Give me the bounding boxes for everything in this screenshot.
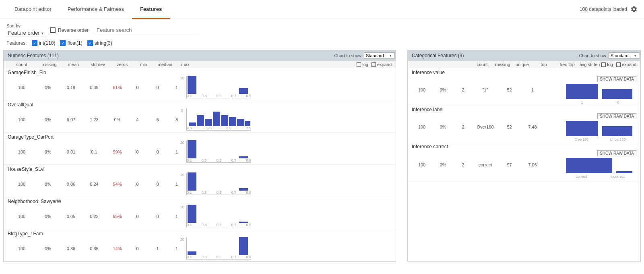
numeric-log-expand-row: count missing mean std dev zeros min med…	[4, 61, 396, 68]
categorical-section-header: Categorical Features (3) Chart to show S…	[408, 50, 640, 61]
cat-col-freqtop: freq top	[556, 62, 578, 67]
expand-checkbox-label[interactable]: expand	[372, 62, 392, 67]
inference-correct-stats: 100 0% 2 correct 97 7.06 SHOW RAW DATA	[412, 150, 636, 179]
svg-rect-23	[616, 171, 632, 173]
main-panels: Numeric Features (111) Chart to show Sta…	[0, 50, 644, 262]
filter-row: Features: ✓ int(110) ✓ float(1) ✓ string…	[0, 37, 644, 50]
numeric-chart-chevron-icon: ▾	[390, 54, 392, 58]
svg-rect-2	[189, 122, 196, 126]
filter-float[interactable]: ✓ float(1)	[60, 40, 82, 46]
feature-name-inference-label: Inference label	[412, 107, 636, 112]
tab-features[interactable]: Features	[132, 0, 170, 19]
log-checkbox-label[interactable]: log	[357, 62, 368, 67]
numeric-section-header: Numeric Features (111) Chart to show Sta…	[4, 50, 396, 61]
garagetype-stats: 100 0% 0.01 0.1 99% 0 0 1 0.10.30.50	[8, 141, 392, 163]
cat-col-avgstrlen: avg str len	[578, 62, 601, 67]
categorical-chart-label: Chart to show	[579, 53, 606, 58]
reverse-checkbox-box	[50, 27, 56, 33]
table-row: Inference value 100 0% 2 "1" 52 1 SHOW R…	[408, 68, 640, 105]
sort-label: Sort by	[6, 23, 43, 28]
feature-name-overallqual: OverallQual	[8, 102, 392, 108]
col-count: count	[8, 62, 36, 67]
feature-name-housestyle: HouseStyle_SLvl	[8, 166, 392, 172]
feature-name-inference-value: Inference value	[412, 70, 636, 75]
sort-select[interactable]: Feature order Mean Std dev	[6, 29, 46, 37]
svg-rect-18	[566, 84, 598, 99]
cat-log-checkbox	[601, 62, 606, 67]
feature-name-inference-correct: Inference correct	[412, 144, 636, 149]
svg-rect-5	[213, 112, 220, 126]
filter-string-label: string(3)	[95, 40, 112, 46]
bldgtype-chart: 0.10.30.50.70.9 20	[186, 237, 251, 259]
cat-log-text: log	[607, 62, 613, 67]
col-zeros: zeros	[111, 62, 133, 67]
filter-string[interactable]: ✓ string(3)	[87, 40, 112, 46]
expand-checkbox	[372, 62, 376, 67]
reverse-order-checkbox[interactable]: Reverse order	[50, 27, 89, 33]
show-raw-data-button-2[interactable]: SHOW RAW DATA	[597, 113, 636, 119]
table-row: HouseStyle_SLvl 100 0% 0.06 0.24 94% 0 0…	[4, 165, 396, 197]
log-label: log	[362, 62, 368, 67]
cat-col-missing: missing	[492, 62, 513, 67]
filter-int[interactable]: ✓ int(110)	[32, 40, 56, 46]
cat-log-expand: log expand	[601, 62, 636, 67]
filter-label: Features:	[6, 40, 27, 46]
numeric-panel: Numeric Features (111) Chart to show Sta…	[3, 50, 396, 262]
log-checkbox	[357, 62, 361, 67]
inference-correct-chart: correctincorrect	[564, 157, 636, 179]
nav-spacer	[170, 0, 580, 19]
cat-expand-text: expand	[622, 62, 636, 67]
gear-icon[interactable]	[630, 6, 638, 13]
controls-row: Sort by Feature order Mean Std dev ▾ Rev…	[0, 19, 644, 37]
sort-select-wrap: Feature order Mean Std dev ▾	[6, 29, 43, 37]
neighborhood-chart: 0.10.30.50.70.9 20	[186, 205, 251, 227]
feature-search-input[interactable]	[95, 26, 200, 34]
filter-float-label: float(1)	[67, 40, 82, 46]
garagefinish-chart: 0.10.30.50.70.9 20	[186, 76, 251, 98]
show-raw-data-button-1[interactable]: SHOW RAW DATA	[597, 76, 636, 82]
expand-label: expand	[377, 62, 392, 67]
feature-name-garagetype: GarageType_CarPort	[8, 134, 392, 140]
garagetype-chart: 0.10.30.50.70.9 20	[186, 141, 251, 163]
col-min: min	[134, 62, 153, 67]
svg-rect-22	[566, 158, 612, 173]
svg-rect-21	[602, 126, 632, 136]
cat-col-count: count	[473, 62, 492, 67]
svg-rect-3	[197, 115, 204, 126]
cat-col-name	[412, 62, 473, 67]
numeric-col-headers: count missing mean std dev zeros min med…	[8, 62, 353, 67]
categorical-chart-chevron-icon: ▾	[634, 54, 636, 58]
top-nav: Datapoint editor Performance & Fairness …	[0, 0, 644, 19]
numeric-chart-label: Chart to show	[334, 53, 361, 58]
svg-rect-14	[188, 205, 196, 223]
filter-int-label: int(110)	[39, 40, 56, 46]
categorical-chart-control: Chart to show StandardViolinCumulative ▾	[579, 52, 636, 59]
col-mean: mean	[62, 62, 85, 67]
svg-rect-12	[188, 172, 196, 191]
feature-name-garagefinish: GarageFinish_Fin	[8, 70, 392, 75]
cat-log-checkbox-label[interactable]: log	[601, 62, 613, 67]
inference-label-chart-area: SHOW RAW DATA Over160Under160	[545, 113, 636, 140]
cat-col-top: top	[531, 62, 556, 67]
svg-rect-6	[221, 115, 228, 126]
numeric-chart-select-wrap: StandardViolinCumulative ▾	[364, 52, 392, 59]
inference-value-chart: 10	[564, 83, 636, 103]
svg-rect-19	[602, 89, 632, 99]
inference-correct-chart-area: SHOW RAW DATA correctincorrect	[545, 150, 636, 179]
panel-divider	[399, 50, 404, 262]
cat-expand-checkbox-label[interactable]: expand	[616, 62, 636, 67]
svg-rect-8	[237, 119, 244, 126]
feature-name-neighborhood: Neighborhood_SawyerW	[8, 199, 392, 204]
table-row: GarageType_CarPort 100 0% 0.01 0.1 99% 0…	[4, 133, 396, 165]
table-row: BldgType_1Fam 100 0% 0.86 0.35 14% 0 1 1	[4, 229, 396, 262]
svg-rect-9	[245, 121, 250, 126]
inference-value-chart-area: SHOW RAW DATA 10	[545, 76, 636, 103]
svg-rect-4	[205, 119, 212, 126]
col-median: median	[154, 62, 176, 67]
show-raw-data-button-3[interactable]: SHOW RAW DATA	[597, 150, 636, 156]
datapoints-info-area: 100 datapoints loaded	[580, 0, 638, 19]
cat-expand-checkbox	[616, 62, 621, 67]
tab-performance-fairness[interactable]: Performance & Fairness	[60, 0, 132, 19]
tab-datapoint-editor[interactable]: Datapoint editor	[6, 0, 60, 19]
svg-rect-16	[188, 251, 196, 255]
